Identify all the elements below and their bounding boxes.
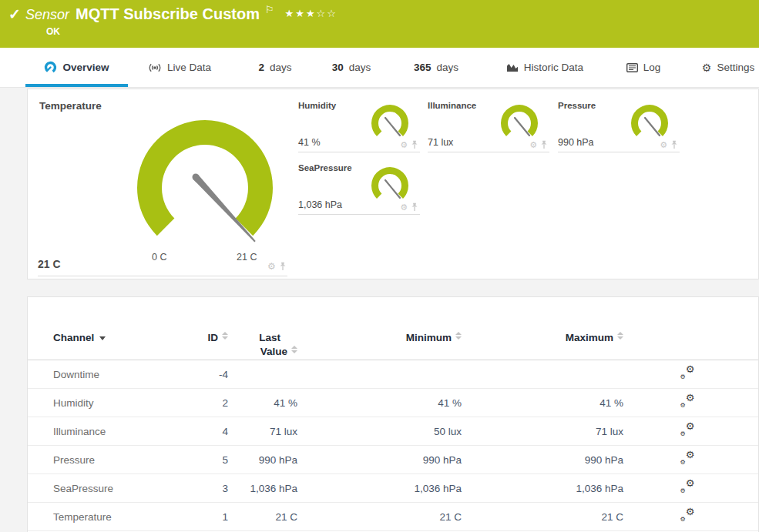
log-list-icon [626, 63, 638, 72]
sort-desc-icon [99, 336, 106, 340]
channel-id: 2 [176, 397, 228, 409]
gauge-title: Temperature [39, 100, 102, 112]
table-row: SeaPressure 3 1,036 hPa 1,036 hPa 1,036 … [28, 474, 758, 503]
tab-overview[interactable]: Overview [25, 48, 128, 87]
pin-icon[interactable] [411, 140, 418, 149]
primary-gauge-temperature[interactable]: Temperature 0 C 21 C 21 C ⚙ [38, 89, 287, 276]
channel-settings-icon[interactable]: ⚙⚙ [680, 452, 695, 465]
tab-2-days[interactable]: 2 days [253, 48, 297, 87]
temperature-gauge [128, 117, 282, 256]
tab-bar: Overview Live Data 2 days 30 days 365 da… [0, 48, 759, 88]
pin-icon[interactable] [670, 140, 678, 149]
tab-log[interactable]: Log [621, 48, 666, 87]
gear-icon: ⚙ [702, 62, 712, 73]
tab-365-days[interactable]: 365 days [407, 48, 465, 87]
max-value: 71 lux [462, 426, 623, 437]
gauge-value: 71 lux [428, 137, 453, 148]
channel-gear-icon[interactable]: ⚙ [267, 262, 276, 271]
channel-name: Temperature [53, 511, 176, 523]
object-kind-label: Sensor [25, 5, 69, 23]
table-header-row: Channel ID LastValue Minimum Maximum [28, 297, 758, 360]
tab-30-days[interactable]: 30 days [326, 48, 377, 87]
gauge-title: Humidity [298, 101, 336, 110]
tab-label: Overview [62, 62, 109, 73]
tab-number: 365 [414, 62, 432, 73]
mini-gauge-seapressure[interactable]: SeaPressure 1,036 hPa ⚙ [298, 161, 420, 215]
channel-settings-icon[interactable]: ⚙⚙ [680, 509, 695, 522]
sort-icon [617, 332, 623, 340]
tab-live-data[interactable]: Live Data [141, 48, 218, 87]
gauge-title: Pressure [558, 101, 596, 110]
pin-icon[interactable] [279, 262, 287, 271]
channel-gear-icon[interactable]: ⚙ [529, 141, 537, 149]
channel-id: 1 [176, 511, 228, 523]
mini-gauge-illuminance[interactable]: Illuminance 71 lux ⚙ [428, 99, 549, 152]
channel-gear-icon[interactable]: ⚙ [400, 203, 408, 212]
sensor-header: ✓ Sensor MQTT Subscribe Custom ⚐ ★★★☆☆ O… [0, 0, 759, 48]
gauge-value: 41 % [298, 137, 321, 148]
gauge-value: 21 C [38, 258, 61, 270]
channel-name: Downtime [53, 369, 176, 380]
channel-gear-icon[interactable]: ⚙ [400, 141, 408, 149]
column-header-channel[interactable]: Channel [53, 331, 176, 345]
tab-settings[interactable]: ⚙ Settings [697, 48, 759, 87]
channel-id: 4 [176, 426, 228, 437]
tab-number: 2 [258, 62, 264, 73]
column-header-minimum[interactable]: Minimum [297, 331, 462, 345]
gauges-panel: Temperature 0 C 21 C 21 C ⚙ Humidity 41 … [27, 89, 759, 279]
tab-historic-data[interactable]: Historic Data [497, 48, 593, 87]
last-value: 990 hPa [228, 454, 297, 466]
min-value: 990 hPa [297, 454, 462, 466]
area-chart-icon [506, 62, 519, 72]
column-header-last-value[interactable]: LastValue [228, 331, 297, 359]
channel-settings-icon[interactable]: ⚙⚙ [680, 366, 695, 380]
gauge-scale-min: 0 C [152, 252, 166, 263]
tab-label: Settings [717, 62, 754, 73]
mini-gauge-humidity[interactable]: Humidity 41 % ⚙ [298, 99, 420, 152]
channel-settings-icon[interactable]: ⚙⚙ [680, 395, 695, 408]
column-header-id[interactable]: ID [176, 331, 228, 345]
channel-settings-icon[interactable]: ⚙⚙ [680, 423, 695, 437]
channel-name: Pressure [53, 454, 176, 466]
stars-empty: ☆☆ [317, 8, 338, 19]
tab-number: 30 [332, 62, 344, 73]
min-value: 21 C [297, 511, 462, 523]
channel-settings-icon[interactable]: ⚙⚙ [680, 480, 695, 494]
tab-label: days [349, 62, 371, 73]
pin-icon[interactable] [411, 202, 418, 212]
channel-table-panel: Channel ID LastValue Minimum Maximum Dow… [27, 296, 759, 532]
status-badge: OK [46, 26, 60, 37]
gauge-value: 990 hPa [558, 137, 594, 148]
tab-label: days [437, 62, 459, 73]
table-row: Downtime -4 ⚙⚙ [28, 360, 758, 389]
channel-name: Humidity [53, 397, 176, 409]
gauge-value: 1,036 hPa [298, 199, 342, 210]
max-value: 41 % [462, 397, 623, 409]
stars-filled: ★★★ [285, 8, 317, 19]
tab-label: days [270, 62, 292, 73]
mini-gauge-pressure[interactable]: Pressure 990 hPa ⚙ [558, 99, 680, 152]
last-value: 41 % [228, 397, 297, 409]
priority-stars[interactable]: ★★★☆☆ [285, 8, 338, 19]
channel-id: -4 [176, 369, 228, 380]
status-ok-check-icon: ✓ [8, 5, 21, 23]
sensor-title: MQTT Subscribe Custom [76, 5, 260, 23]
channel-id: 5 [176, 454, 228, 466]
gauge-icon [44, 61, 57, 74]
gauge-title: Illuminance [428, 101, 476, 110]
column-header-maximum[interactable]: Maximum [462, 331, 623, 345]
sort-icon [291, 346, 297, 353]
priority-flag-icon[interactable]: ⚐ [265, 4, 274, 15]
table-row: Pressure 5 990 hPa 990 hPa 990 hPa ⚙⚙ [28, 446, 758, 474]
pin-icon[interactable] [540, 140, 548, 149]
min-value: 41 % [297, 397, 462, 409]
sensor-title-row: Sensor MQTT Subscribe Custom ⚐ ★★★☆☆ [25, 5, 338, 23]
last-value: 1,036 hPa [228, 483, 297, 494]
table-row: Humidity 2 41 % 41 % 41 % ⚙⚙ [28, 389, 758, 417]
max-value: 990 hPa [462, 454, 623, 466]
table-row: Illuminance 4 71 lux 50 lux 71 lux ⚙⚙ [28, 417, 758, 446]
channel-gear-icon[interactable]: ⚙ [660, 141, 667, 149]
sort-icon [222, 332, 228, 340]
max-value: 21 C [462, 511, 623, 523]
last-value: 71 lux [228, 426, 297, 437]
